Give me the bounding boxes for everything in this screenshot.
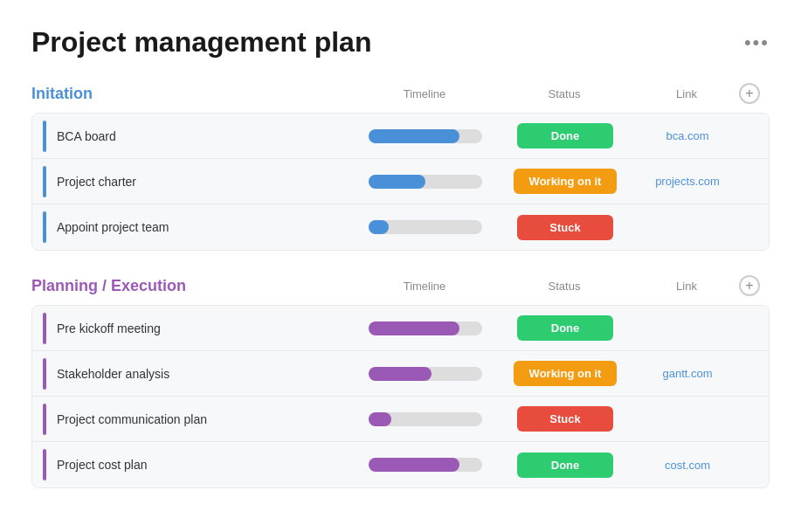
row-border-indicator xyxy=(43,121,46,152)
section-header-initiation: InitationTimelineStatusLink+ xyxy=(31,83,770,107)
timeline-bar-container xyxy=(369,220,482,234)
timeline-cell xyxy=(356,458,495,472)
row-link[interactable]: bca.com xyxy=(666,129,708,142)
section-initiation: InitationTimelineStatusLink+BCA boardDon… xyxy=(31,83,770,251)
section-title-planning: Planning / Execution xyxy=(31,277,355,295)
row-label-text: Project communication plan xyxy=(57,412,207,426)
more-options-button[interactable]: ••• xyxy=(744,31,770,54)
row-link[interactable]: cost.com xyxy=(665,459,710,472)
status-badge: Done xyxy=(517,315,613,341)
row-label-cell: Project charter xyxy=(32,166,356,197)
status-cell: Stuck xyxy=(495,406,635,432)
table-row: Project cost planDonecost.com xyxy=(32,442,769,487)
col-header-status-planning: Status xyxy=(494,280,634,293)
status-badge: Stuck xyxy=(517,406,613,432)
table-row: Pre kickoff meetingDone xyxy=(32,306,769,351)
link-cell: projects.com xyxy=(635,175,740,188)
timeline-cell xyxy=(356,175,495,189)
col-header-timeline-initiation: Timeline xyxy=(355,87,494,100)
col-header-status-initiation: Status xyxy=(494,87,634,100)
sections-container: InitationTimelineStatusLink+BCA boardDon… xyxy=(31,83,770,488)
section-planning: Planning / ExecutionTimelineStatusLink+P… xyxy=(31,275,770,488)
table-row: Stakeholder analysisWorking on itgantt.c… xyxy=(32,351,769,397)
page-title: Project management plan xyxy=(31,26,371,59)
status-badge: Stuck xyxy=(517,215,613,240)
link-cell: bca.com xyxy=(635,129,740,142)
timeline-cell xyxy=(356,412,495,426)
row-label-cell: Stakeholder analysis xyxy=(32,358,356,390)
row-label-text: Appoint project team xyxy=(57,220,169,234)
status-cell: Done xyxy=(495,453,635,478)
row-border-indicator xyxy=(43,449,46,480)
status-cell: Working on it xyxy=(495,169,635,194)
col-header-link-initiation: Link xyxy=(634,87,739,100)
status-badge: Done xyxy=(517,453,613,478)
row-label-text: Project cost plan xyxy=(57,458,148,472)
timeline-bar-container xyxy=(369,367,482,381)
table-body-initiation: BCA boardDonebca.comProject charterWorki… xyxy=(31,113,770,251)
timeline-cell xyxy=(356,367,495,381)
status-badge: Done xyxy=(517,123,613,149)
timeline-cell xyxy=(356,129,495,143)
timeline-bar-container xyxy=(369,458,482,472)
timeline-bar-container xyxy=(369,321,482,335)
row-label-text: Project charter xyxy=(57,175,136,189)
table-row: Project charterWorking on itprojects.com xyxy=(32,159,769,204)
timeline-bar-fill xyxy=(369,412,391,426)
row-label-cell: Pre kickoff meeting xyxy=(32,313,356,344)
status-cell: Working on it xyxy=(495,361,635,386)
row-border-indicator xyxy=(43,313,46,344)
row-link[interactable]: projects.com xyxy=(655,175,720,188)
page-header: Project management plan ••• xyxy=(31,26,770,59)
row-label-text: Pre kickoff meeting xyxy=(57,321,161,335)
link-cell: gantt.com xyxy=(635,367,740,380)
timeline-bar-fill xyxy=(369,321,459,335)
link-cell: cost.com xyxy=(635,459,740,472)
col-header-link-planning: Link xyxy=(634,280,739,293)
section-title-initiation: Initation xyxy=(31,85,355,103)
row-label-cell: Project cost plan xyxy=(32,449,356,480)
row-label-cell: Appoint project team xyxy=(32,211,356,243)
status-cell: Done xyxy=(495,315,635,341)
row-label-text: Stakeholder analysis xyxy=(57,367,169,381)
section-header-planning: Planning / ExecutionTimelineStatusLink+ xyxy=(31,275,770,300)
table-row: Appoint project teamStuck xyxy=(32,204,769,250)
timeline-bar-fill xyxy=(369,367,432,381)
status-badge: Working on it xyxy=(514,169,618,194)
add-row-button-planning[interactable]: + xyxy=(739,275,760,296)
timeline-bar-container xyxy=(369,175,482,189)
status-cell: Done xyxy=(495,123,635,149)
table-row: Project communication planStuck xyxy=(32,397,769,442)
status-cell: Stuck xyxy=(495,215,635,240)
timeline-bar-fill xyxy=(369,129,459,143)
row-label-text: BCA board xyxy=(57,129,116,143)
table-row: BCA boardDonebca.com xyxy=(32,114,769,159)
timeline-bar-fill xyxy=(369,175,425,189)
timeline-bar-fill xyxy=(369,220,389,234)
row-label-cell: BCA board xyxy=(32,121,356,152)
row-border-indicator xyxy=(43,358,46,390)
row-label-cell: Project communication plan xyxy=(32,404,356,435)
row-link[interactable]: gantt.com xyxy=(662,367,712,380)
timeline-bar-fill xyxy=(369,458,459,472)
timeline-bar-container xyxy=(369,412,482,426)
row-border-indicator xyxy=(43,166,46,197)
timeline-cell xyxy=(356,220,495,234)
timeline-cell xyxy=(356,321,495,335)
row-border-indicator xyxy=(43,211,46,243)
table-body-planning: Pre kickoff meetingDoneStakeholder analy… xyxy=(31,305,770,488)
status-badge: Working on it xyxy=(514,361,618,386)
row-border-indicator xyxy=(43,404,46,435)
add-row-button-initiation[interactable]: + xyxy=(739,83,760,104)
timeline-bar-container xyxy=(369,129,482,143)
col-header-timeline-planning: Timeline xyxy=(355,280,494,293)
